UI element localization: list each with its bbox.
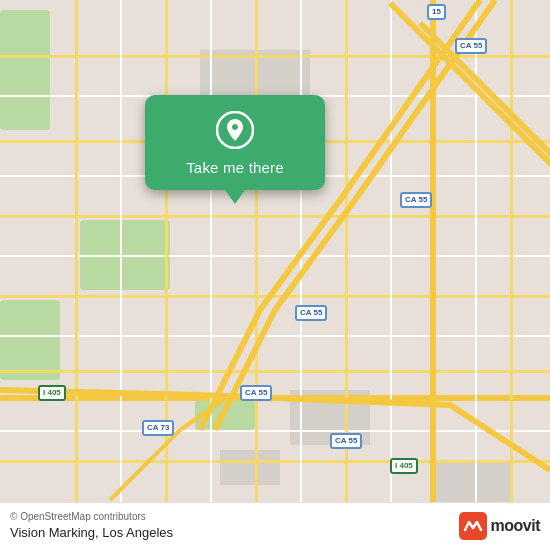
popup-label: Take me there — [186, 159, 284, 176]
bottom-left-info: © OpenStreetMap contributors Vision Mark… — [10, 511, 173, 540]
bottom-bar: © OpenStreetMap contributors Vision Mark… — [0, 502, 550, 550]
badge-ca55-4: CA 55 — [240, 385, 272, 401]
attribution-text: © OpenStreetMap contributors — [10, 511, 173, 522]
moovit-logo: moovit — [459, 512, 540, 540]
badge-15: 15 — [427, 4, 446, 20]
road-svg — [0, 0, 550, 550]
location-pin-icon — [216, 111, 254, 149]
moovit-brand-text: moovit — [491, 517, 540, 535]
popup-card[interactable]: Take me there — [145, 95, 325, 190]
badge-ca55-2: CA 55 — [400, 192, 432, 208]
badge-i405-2: I 405 — [390, 458, 418, 474]
badge-ca73: CA 73 — [142, 420, 174, 436]
badge-i405-1: I 405 — [38, 385, 66, 401]
location-title: Vision Marking, Los Angeles — [10, 525, 173, 540]
map-container: 15 CA 55 CA 55 CA 55 CA 55 CA 55 I 405 I… — [0, 0, 550, 550]
moovit-brand-icon — [459, 512, 487, 540]
badge-ca55-1: CA 55 — [455, 38, 487, 54]
map-background — [0, 0, 550, 550]
badge-ca55-5: CA 55 — [330, 433, 362, 449]
badge-ca55-3: CA 55 — [295, 305, 327, 321]
